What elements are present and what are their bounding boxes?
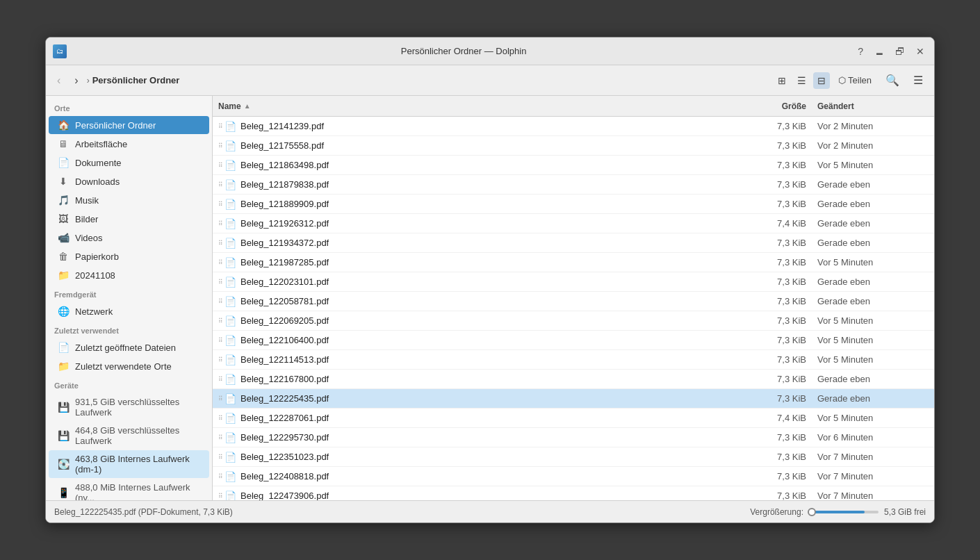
drag-handle-icon: ⠿ <box>218 434 223 441</box>
file-name: Beleg_122351023.pdf <box>240 452 748 462</box>
file-row[interactable]: ⠿ 📄 Beleg_12141239.pdf 7,3 KiB Vor 2 Min… <box>213 117 934 136</box>
file-name: Beleg_121863498.pdf <box>240 160 748 170</box>
file-date: Vor 7 Minuten <box>817 491 929 500</box>
file-row[interactable]: ⠿ 📄 Beleg_121879838.pdf 7,3 KiB Gerade e… <box>213 175 934 195</box>
close-button[interactable]: ✕ <box>913 44 927 58</box>
sidebar-item-network[interactable]: 🌐 Netzwerk <box>49 302 209 320</box>
drag-handle-icon: ⠿ <box>218 142 223 149</box>
drag-handle-icon: ⠿ <box>218 318 223 324</box>
file-type-icon: 📄 <box>224 354 236 365</box>
file-name: Beleg_122114513.pdf <box>240 354 748 365</box>
sidebar-item-drive-931[interactable]: 💾 931,5 GiB verschlüsseltes Laufwerk <box>49 393 209 421</box>
view-compact-button[interactable]: ⊟ <box>813 72 830 89</box>
file-row[interactable]: ⠿ 📄 Beleg_122023101.pdf 7,3 KiB Gerade e… <box>213 272 934 292</box>
recent-files-icon: 📄 <box>57 342 70 353</box>
zoom-slider[interactable] <box>809 511 879 513</box>
minimize-button[interactable]: 🗕 <box>872 44 887 58</box>
back-button[interactable]: ‹ <box>51 72 66 90</box>
sidebar-item-drive-488[interactable]: 📱 488,0 MiB Internes Laufwerk (nv... <box>49 479 209 500</box>
restore-button[interactable]: 🗗 <box>892 44 908 58</box>
sidebar-item-trash[interactable]: 🗑 Papierkorb <box>49 247 209 265</box>
file-type-icon: 📄 <box>224 491 236 501</box>
file-type-icon: 📄 <box>224 160 236 171</box>
drag-handle-icon: ⠿ <box>218 220 223 227</box>
column-date-header[interactable]: Geändert <box>817 101 929 111</box>
file-size: 7,3 KiB <box>748 140 817 151</box>
file-list-container: Name ▲ Größe Geändert ⠿ 📄 Beleg_12141239… <box>213 96 934 500</box>
share-icon: ⬡ <box>838 75 846 85</box>
file-row[interactable]: ⠿ 📄 Beleg_122351023.pdf 7,3 KiB Vor 7 Mi… <box>213 447 934 467</box>
file-icon-col: ⠿ 📄 <box>218 335 240 346</box>
sidebar-item-drive-464[interactable]: 💾 464,8 GiB verschlüsseltes Laufwerk <box>49 422 209 450</box>
file-name: Beleg_121879838.pdf <box>240 179 748 190</box>
file-row[interactable]: ⠿ 📄 Beleg_121987285.pdf 7,3 KiB Vor 5 Mi… <box>213 253 934 272</box>
sidebar-item-drive-488-label: 488,0 MiB Internes Laufwerk (nv... <box>75 482 201 500</box>
column-name-header[interactable]: Name ▲ <box>218 101 748 111</box>
statusbar: Beleg_122225435.pdf (PDF-Dokument, 7,3 K… <box>46 500 934 522</box>
file-list[interactable]: ⠿ 📄 Beleg_12141239.pdf 7,3 KiB Vor 2 Min… <box>213 117 934 500</box>
file-icon-col: ⠿ 📄 <box>218 413 240 424</box>
forward-button[interactable]: › <box>69 72 83 90</box>
menu-button[interactable]: ☰ <box>908 71 929 90</box>
view-icons-button[interactable]: ⊞ <box>774 72 790 89</box>
file-row[interactable]: ⠿ 📄 Beleg_122408818.pdf 7,3 KiB Vor 7 Mi… <box>213 467 934 486</box>
breadcrumb-location[interactable]: Persönlicher Ordner <box>92 75 180 85</box>
sidebar-item-drive-464-label: 464,8 GiB verschlüsseltes Laufwerk <box>75 425 201 446</box>
file-name: Beleg_122058781.pdf <box>240 296 748 306</box>
sidebar-item-20241108[interactable]: 📁 20241108 <box>49 266 209 284</box>
section-orte-label: Orte <box>46 99 212 115</box>
statusbar-zoom: Vergrößerung: 5,3 GiB frei <box>750 507 926 517</box>
drag-handle-icon: ⠿ <box>218 415 223 422</box>
titlebar: 🗂 Persönlicher Ordner — Dolphin ? 🗕 🗗 ✕ <box>46 38 934 65</box>
file-row[interactable]: ⠿ 📄 Beleg_122295730.pdf 7,3 KiB Vor 6 Mi… <box>213 428 934 447</box>
file-name: Beleg_122023101.pdf <box>240 277 748 287</box>
share-button[interactable]: ⬡ Teilen <box>833 72 877 88</box>
sidebar-item-music[interactable]: 🎵 Musik <box>49 191 209 209</box>
trash-icon: 🗑 <box>57 251 70 262</box>
column-size-header[interactable]: Größe <box>748 101 817 111</box>
file-row[interactable]: ⠿ 📄 Beleg_122069205.pdf 7,3 KiB Vor 5 Mi… <box>213 311 934 331</box>
sidebar-item-recent-files-label: Zuletzt geöffnete Dateien <box>75 343 176 353</box>
file-row[interactable]: ⠿ 📄 Beleg_122106400.pdf 7,3 KiB Vor 5 Mi… <box>213 331 934 350</box>
sidebar-item-recent-files[interactable]: 📄 Zuletzt geöffnete Dateien <box>49 338 209 356</box>
file-row[interactable]: ⠿ 📄 Beleg_122114513.pdf 7,3 KiB Vor 5 Mi… <box>213 350 934 370</box>
file-row[interactable]: ⠿ 📄 Beleg_121934372.pdf 7,3 KiB Gerade e… <box>213 233 934 253</box>
search-button[interactable]: 🔍 <box>880 71 905 90</box>
file-row[interactable]: ⠿ 📄 Beleg_122225435.pdf 7,3 KiB Gerade e… <box>213 389 934 409</box>
file-row[interactable]: ⠿ 📄 Beleg_12175558.pdf 7,3 KiB Vor 2 Min… <box>213 136 934 156</box>
file-row[interactable]: ⠿ 📄 Beleg_122287061.pdf 7,4 KiB Vor 5 Mi… <box>213 409 934 428</box>
file-row[interactable]: ⠿ 📄 Beleg_121863498.pdf 7,3 KiB Vor 5 Mi… <box>213 156 934 175</box>
file-icon-col: ⠿ 📄 <box>218 471 240 482</box>
sidebar-item-home[interactable]: 🏠 Persönlicher Ordner <box>49 116 209 134</box>
sidebar-item-downloads[interactable]: ⬇ Downloads <box>49 172 209 190</box>
file-size: 7,3 KiB <box>748 452 817 462</box>
drive-931-icon: 💾 <box>57 402 70 413</box>
file-type-icon: 📄 <box>224 218 236 229</box>
sidebar-item-drive-463[interactable]: 💽 463,8 GiB Internes Laufwerk (dm-1) <box>49 450 209 478</box>
help-button[interactable]: ? <box>855 44 866 58</box>
sidebar-item-recent-places[interactable]: 📁 Zuletzt verwendete Orte <box>49 357 209 375</box>
file-row[interactable]: ⠿ 📄 Beleg_122058781.pdf 7,3 KiB Gerade e… <box>213 292 934 311</box>
breadcrumb-bar: › Persönlicher Ordner <box>87 75 771 85</box>
file-date: Vor 2 Minuten <box>817 140 929 151</box>
file-row[interactable]: ⠿ 📄 Beleg_121889909.pdf 7,3 KiB Gerade e… <box>213 195 934 214</box>
drag-handle-icon: ⠿ <box>218 181 223 188</box>
file-row[interactable]: ⠿ 📄 Beleg_122167800.pdf 7,3 KiB Gerade e… <box>213 370 934 389</box>
file-name: Beleg_121889909.pdf <box>240 199 748 209</box>
sidebar-item-documents[interactable]: 📄 Dokumente <box>49 154 209 172</box>
sidebar-item-pictures[interactable]: 🖼 Bilder <box>49 210 209 228</box>
sidebar-item-desktop[interactable]: 🖥 Arbeitsfläche <box>49 135 209 153</box>
sidebar-item-videos[interactable]: 📹 Videos <box>49 229 209 247</box>
videos-icon: 📹 <box>57 232 70 243</box>
file-icon-col: ⠿ 📄 <box>218 140 240 151</box>
file-type-icon: 📄 <box>224 121 236 132</box>
column-name-label: Name <box>218 101 241 111</box>
file-type-icon: 📄 <box>224 277 236 288</box>
file-icon-col: ⠿ 📄 <box>218 160 240 171</box>
file-row[interactable]: ⠿ 📄 Beleg_121926312.pdf 7,4 KiB Gerade e… <box>213 214 934 233</box>
file-row[interactable]: ⠿ 📄 Beleg_122473906.pdf 7,3 KiB Vor 7 Mi… <box>213 486 934 500</box>
file-type-icon: 📄 <box>224 179 236 190</box>
file-name: Beleg_121987285.pdf <box>240 257 748 267</box>
sidebar-item-music-label: Musik <box>75 195 99 206</box>
view-list-button[interactable]: ☰ <box>793 72 810 89</box>
